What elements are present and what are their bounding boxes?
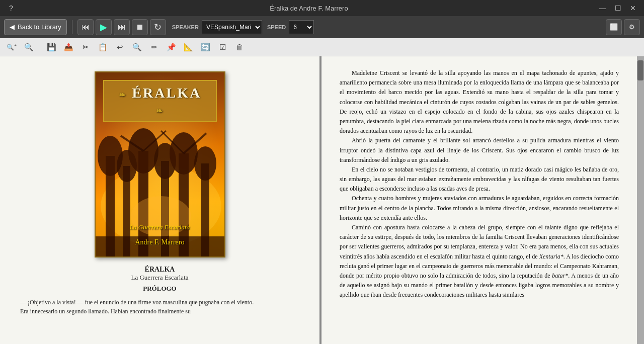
copy-button[interactable]: 📋 [95,40,110,54]
save-icon: 💾 [47,43,56,52]
sync-icon: 🔄 [201,43,210,52]
maximize-button[interactable]: ☐ [611,2,625,14]
cut-button[interactable]: ✂ [78,40,93,54]
cover-subtitle: La Guerrera Escarlata [130,223,190,231]
left-page: ❧ ÉRALKA ❧ La Guerrera Escarlata Andre F… [0,56,319,344]
prev-button[interactable]: ⏮ [77,19,94,35]
toolbar-separator [72,20,72,34]
scroll-thumb[interactable] [637,60,643,80]
pin-button[interactable]: 📌 [164,40,179,54]
delete-button[interactable]: 🗑 [232,40,247,54]
save-button[interactable]: 💾 [44,40,59,54]
page-chapter: PRÓLOGO [143,285,176,293]
svg-point-12 [194,146,216,181]
speaker-label: SPEAKER [172,24,199,30]
highlight-icon: ✏ [151,43,157,52]
copy-icon: 📋 [98,43,108,52]
undo-button[interactable]: ↩ [112,40,127,54]
export-icon: 📤 [64,43,73,52]
speaker-section: SPEAKER VESpanish_Mari [172,20,262,34]
export-button[interactable]: 📤 [61,40,76,54]
settings-button[interactable]: ⚙ [624,19,640,35]
speed-label: SPEED [267,24,286,30]
find-button[interactable]: 🔍 [129,40,144,54]
cover-author: Andre F. Marrero [135,238,184,246]
right-page-text: Madeleine Criscent se levantó de la sill… [340,68,619,300]
right-paragraph-4: Caminó con apostura hasta colocarse a la… [340,223,619,300]
right-paragraph-2: En el cielo no se notaban vestigios de t… [340,165,619,194]
cover-author-section: Andre F. Marrero [135,237,184,250]
play-button[interactable]: ▶ [96,19,112,35]
loop-button[interactable]: ↻ [150,19,166,35]
speed-select[interactable]: 6 [289,20,314,34]
loop-icon: ↻ [154,22,162,33]
next-button[interactable]: ⏭ [114,19,130,35]
cover-background-svg [96,126,225,256]
next-icon: ⏭ [118,23,126,32]
zoom-in-icon: 🔍+ [7,43,17,51]
book-cover: ❧ ÉRALKA ❧ La Guerrera Escarlata Andre F… [95,71,225,257]
cut-icon: ✂ [83,43,89,52]
page-book-title: ÉRALKA [145,266,175,274]
layout-button[interactable]: 📐 [181,40,196,54]
right-paragraph-1: Abrió la puerta del camarote y el brilla… [340,136,619,165]
zoom-in-button[interactable]: 🔍+ [4,40,19,54]
check-icon: ☑ [219,43,226,52]
right-page: Madeleine Criscent se levantó de la sill… [321,56,637,344]
right-paragraph-0: Madeleine Criscent se levantó de la sill… [340,68,619,136]
tb2-sep1 [40,42,40,53]
screen-button[interactable]: ⬜ [606,19,622,35]
minimize-button[interactable]: — [596,2,610,14]
speed-section: SPEED 6 [267,20,314,34]
secondary-toolbar: 🔍+ 🔍 💾 📤 ✂ 📋 ↩ 🔍 ✏ 📌 📐 🔄 ☑ 🗑 [0,38,644,56]
window-title: Éralka de Andre F. Marrero [22,5,596,12]
delete-icon: 🗑 [236,43,244,51]
help-button[interactable]: ? [4,2,18,14]
sync-button[interactable]: 🔄 [198,40,213,54]
prev-icon: ⏮ [82,23,90,32]
right-paragraph-3: Ochenta y cuatro hombres y mujeres atavi… [340,194,619,223]
back-arrow-icon: ◀ [10,23,15,31]
check-button[interactable]: ☑ [215,40,230,54]
zoom-out-button[interactable]: 🔍 [21,40,36,54]
highlight-button[interactable]: ✏ [146,40,162,54]
undo-icon: ↩ [117,43,123,52]
close-button[interactable]: ✕ [626,2,640,14]
layout-icon: 📐 [184,43,193,52]
content-area: ❧ ÉRALKA ❧ La Guerrera Escarlata Andre F… [0,56,644,344]
find-icon: 🔍 [132,43,142,52]
pin-icon: 📌 [167,43,176,52]
scrollbar[interactable] [637,56,644,344]
main-toolbar: ◀ Back to Library ⏮ ▶ ⏭ ⏹ ↻ SPEAKER VESp… [0,16,644,38]
page-book-subtitle: La Guerrera Escarlata [131,274,188,282]
title-bar: ? Éralka de Andre F. Marrero — ☐ ✕ [0,0,644,16]
cover-title: ❧ ÉRALKA ❧ [119,85,200,117]
toolbar-right: ⬜ ⚙ [606,19,640,35]
speaker-select[interactable]: VESpanish_Mari [202,20,262,34]
stop-icon: ⏹ [136,23,144,32]
zoom-out-icon: 🔍 [24,43,34,52]
cover-title-box: ❧ ÉRALKA ❧ [103,80,217,122]
cover-subtitle-section: La Guerrera Escarlata [130,222,190,231]
back-label: Back to Library [18,23,61,31]
stop-button[interactable]: ⏹ [132,19,148,35]
play-icon: ▶ [100,22,107,33]
page-body-text: — ¡Objetivo a la vista! — fue el enuncio… [20,298,299,316]
back-to-library-button[interactable]: ◀ Back to Library [4,19,67,35]
